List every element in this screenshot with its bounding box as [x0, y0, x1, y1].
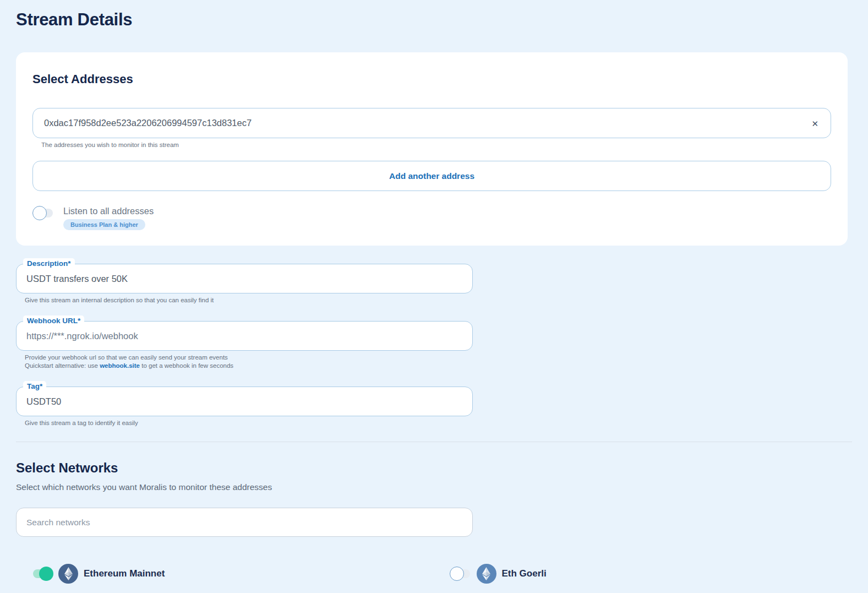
ethereum-mainnet-toggle[interactable]	[31, 567, 53, 581]
description-field: Description*	[16, 264, 473, 293]
tag-helper-text: Give this stream a tag to identify it ea…	[25, 420, 473, 426]
address-input[interactable]	[32, 108, 831, 138]
quickstart-suffix: to get a webhook in few seconds	[140, 362, 233, 369]
network-item-ethereum-mainnet: Ethereum Mainnet	[16, 564, 434, 584]
select-addresses-heading: Select Addresses	[32, 72, 831, 86]
toggle-knob	[32, 206, 47, 220]
description-input[interactable]	[16, 264, 473, 293]
webhook-helper-text: Provide your webhook url so that we can …	[25, 354, 473, 361]
tag-field: Tag*	[16, 387, 473, 416]
page-title: Stream Details	[16, 10, 852, 30]
listen-all-addresses-row: Listen to all addresses Business Plan & …	[32, 206, 831, 230]
add-another-address-button[interactable]: Add another address	[32, 161, 831, 191]
webhook-url-input[interactable]	[16, 321, 473, 351]
network-name: Ethereum Mainnet	[84, 568, 165, 579]
network-item-eth-goerli: Eth Goerli	[434, 564, 853, 584]
ethereum-icon	[477, 564, 496, 584]
description-helper-text: Give this stream an internal description…	[25, 297, 473, 303]
select-addresses-card: Select Addresses ✕ The addresses you wis…	[16, 52, 848, 246]
select-networks-heading: Select Networks	[16, 460, 852, 476]
tag-label: Tag*	[23, 381, 46, 391]
stream-details-page: Stream Details Select Addresses ✕ The ad…	[0, 0, 868, 593]
webhook-quickstart-text: Quickstart alternative: use webhook.site…	[25, 362, 473, 369]
select-networks-subtitle: Select which networks you want Moralis t…	[16, 482, 852, 492]
listen-texts: Listen to all addresses Business Plan & …	[63, 206, 154, 230]
webhook-url-field: Webhook URL*	[16, 321, 473, 351]
address-helper-text: The addresses you wish to monitor in thi…	[41, 142, 831, 148]
quickstart-prefix: Quickstart alternative: use	[25, 362, 100, 369]
ethereum-icon	[58, 564, 78, 584]
description-label: Description*	[23, 258, 75, 269]
clear-address-icon[interactable]: ✕	[809, 117, 821, 129]
network-name: Eth Goerli	[502, 568, 547, 579]
listen-all-addresses-label: Listen to all addresses	[63, 206, 154, 216]
tag-input[interactable]	[16, 387, 473, 416]
toggle-knob	[450, 567, 464, 581]
eth-goerli-toggle[interactable]	[450, 567, 472, 581]
section-divider	[16, 442, 852, 442]
stream-form: Description* Give this stream an interna…	[16, 264, 473, 426]
webhook-site-link[interactable]: webhook.site	[100, 362, 140, 369]
search-networks-input[interactable]	[16, 508, 473, 537]
toggle-knob	[39, 567, 53, 581]
plan-badge: Business Plan & higher	[63, 219, 145, 230]
address-input-wrap: ✕	[32, 108, 831, 138]
listen-all-addresses-toggle[interactable]	[32, 206, 54, 220]
webhook-url-label: Webhook URL*	[23, 315, 84, 326]
networks-list: Ethereum Mainnet Eth Goerli	[16, 564, 852, 584]
